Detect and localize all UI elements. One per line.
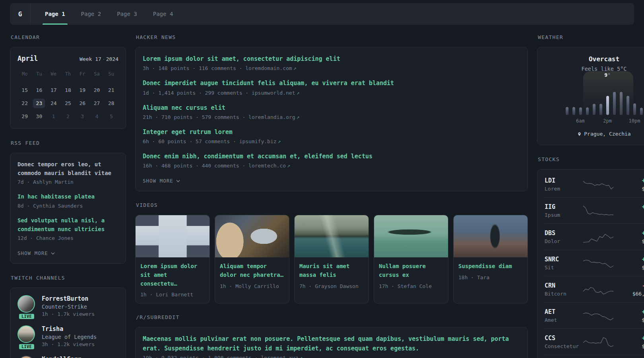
calendar-day: 20 — [89, 86, 104, 95]
stock-row[interactable]: CCSConsectetur+0.51%$165.84 — [545, 329, 644, 355]
video-thumbnail — [215, 215, 289, 257]
subreddit-meta-text: 19h · 9,932 points · 1,090 comments · lo… — [143, 355, 298, 358]
stock-row[interactable]: SNRCSit+1.36%$148.64 — [545, 250, 644, 276]
hn-item: Lorem ipsum dolor sit amet, consectetur … — [143, 54, 520, 71]
video-meta: 1h · Molly Carrillo — [220, 283, 284, 289]
hn-item-link[interactable]: Lorem ipsum dolor sit amet, consectetur … — [143, 54, 520, 64]
stock-price: $499.72 — [615, 317, 644, 323]
channel-category: League of Legends — [42, 334, 97, 340]
calendar-weekday: Tu — [32, 69, 46, 79]
calendar-weekday: We — [47, 69, 61, 79]
stock-name: Ipsum — [545, 212, 583, 218]
rss-item-link[interactable]: Donec tempor eros leo, ut commodo mauris… — [17, 160, 118, 177]
hn-item-link[interactable]: Aliquam nec cursus elit — [143, 103, 520, 113]
calendar-weekday: Th — [61, 69, 75, 79]
hn-item-link[interactable]: Integer eget rutrum lorem — [143, 128, 520, 137]
video-title[interactable]: Lorem ipsum dolor sit amet consectetu… — [140, 262, 205, 288]
calendar-day: 22 — [17, 99, 32, 108]
stock-price: $156.28 — [615, 238, 644, 244]
stock-sparkline — [583, 230, 615, 244]
rss-item-link[interactable]: In hac habitasse platea — [17, 193, 118, 201]
subreddit-post-link[interactable]: Maecenas mollis pulvinar erat non posuer… — [143, 335, 520, 353]
calendar-day: 15 — [17, 86, 32, 95]
stock-sparkline — [583, 335, 615, 349]
stock-row[interactable]: AETAmet+0.92%$499.72 — [545, 302, 644, 329]
video-thumbnail — [295, 215, 369, 257]
calendar-day: 26 — [75, 99, 89, 108]
weather-time-label: 6am — [576, 118, 585, 124]
weather-bar — [633, 81, 636, 115]
video-card[interactable]: Suspendisse diam 18h · Tara — [453, 215, 528, 304]
stock-change: +0.92% — [615, 308, 644, 315]
weather-bar-fill — [586, 107, 589, 115]
stock-sparkline — [583, 204, 615, 218]
stock-change: +0.51% — [615, 335, 644, 342]
weather-time-axis: 6am2pm10pm — [566, 118, 643, 125]
video-card[interactable]: Aliquam tempor dolor nec pharetra… 1h · … — [215, 215, 289, 304]
hn-item-meta: 1d · 1,414 points · 299 comments · ipsum… — [143, 90, 520, 96]
tab-page-1[interactable]: Page 1 — [37, 3, 73, 25]
calendar-weekday-row: MoTuWeThFrSaSu — [17, 69, 118, 79]
left-column: CALENDAR April Week 17·2024 MoTuWeThFrSa… — [10, 34, 126, 358]
calendar-widget: CALENDAR April Week 17·2024 MoTuWeThFrSa… — [10, 34, 126, 129]
hn-section-title: HACKER NEWS — [136, 34, 528, 40]
calendar-day: 24 — [47, 99, 61, 108]
twitch-channel-row[interactable]: LIVE Trisha League of Legends 3h · 1.2k … — [17, 325, 118, 347]
rss-item-link[interactable]: Sed volutpat nulla nisl, a condimentum n… — [17, 216, 118, 233]
calendar-day: 4 — [89, 112, 104, 121]
stock-ticker: DBS — [545, 230, 583, 237]
stock-sparkline — [583, 309, 615, 323]
stock-row[interactable]: IIGIpsum+2.84%$42.04 — [545, 197, 644, 224]
twitch-channel-row[interactable]: LIVE ForrestBurton Counter-Strike 1h · 1… — [17, 295, 118, 317]
rss-widget: RSS FEED Donec tempor eros leo, ut commo… — [10, 140, 126, 264]
rss-item-meta: 12d · Chance Jones — [17, 235, 118, 241]
channel-name[interactable]: KendallCarr — [42, 356, 81, 358]
stock-row[interactable]: DBSDolor+1.42%$156.28 — [545, 224, 644, 250]
video-thumbnail — [374, 215, 448, 257]
channel-avatar — [17, 325, 35, 343]
chevron-down-icon — [51, 252, 55, 255]
video-card[interactable]: Nullam posuere cursus ex 17h · Stefan Co… — [374, 215, 448, 304]
stock-ticker: LDI — [545, 177, 583, 184]
video-title[interactable]: Suspendisse diam — [458, 262, 523, 271]
video-title[interactable]: Aliquam tempor dolor nec pharetra… — [220, 262, 284, 279]
calendar-separator: · — [101, 56, 106, 62]
stock-row[interactable]: CRNBitcorn-1.00%$66,171.48 — [545, 276, 644, 302]
twitch-channel-row[interactable]: KendallCarr — [17, 356, 118, 358]
rss-item-meta: 8d · Cynthia Saunders — [17, 203, 118, 209]
tab-page-2[interactable]: Page 2 — [73, 3, 109, 25]
weather-widget: WEATHER Overcast Feels like 5°C 9° 6am2p… — [537, 34, 644, 145]
video-title[interactable]: Nullam posuere cursus ex — [379, 262, 443, 279]
channel-name[interactable]: ForrestBurton — [42, 295, 95, 302]
calendar-day-grid: 1516171819202122232425262728293012345 — [17, 86, 118, 121]
show-more-label: SHOW MORE — [17, 250, 48, 256]
channel-name[interactable]: Trisha — [42, 325, 97, 333]
stock-ticker: AET — [545, 308, 583, 315]
external-link-icon: ↗ — [278, 138, 281, 144]
rss-show-more-button[interactable]: SHOW MORE — [17, 250, 55, 256]
stock-price: $66,171.48 — [615, 291, 644, 297]
video-card[interactable]: Mauris sit amet massa felis 7h · Grayson… — [294, 215, 369, 304]
hn-show-more-button[interactable]: SHOW MORE — [143, 178, 180, 184]
subreddit-card: Maecenas mollis pulvinar erat non posuer… — [135, 327, 528, 358]
subreddit-widget: /R/SUBREDDIT Maecenas mollis pulvinar er… — [135, 314, 528, 358]
weather-time-label: 10pm — [628, 118, 640, 124]
calendar-month: April — [17, 54, 38, 62]
channel-meta: 1h · 1.7k viewers — [42, 311, 95, 317]
video-title[interactable]: Mauris sit amet massa felis — [299, 262, 364, 279]
weather-bar-fill — [620, 92, 623, 115]
stocks-section-title: STOCKS — [538, 156, 644, 162]
video-card[interactable]: Lorem ipsum dolor sit amet consectetu… 1… — [135, 215, 210, 304]
hn-item-link[interactable]: Donec enim nibh, condimentum et accumsan… — [143, 152, 520, 161]
tab-page-4[interactable]: Page 4 — [145, 3, 181, 25]
logo[interactable]: G — [10, 3, 31, 25]
hn-item-link[interactable]: Donec imperdiet augue tincidunt felis al… — [143, 79, 520, 88]
external-link-icon: ↗ — [299, 355, 303, 358]
weather-bar-fill — [566, 107, 568, 115]
stock-row[interactable]: LDILorem+4.35%$795.18 — [545, 171, 644, 197]
middle-column: HACKER NEWS Lorem ipsum dolor sit amet, … — [135, 34, 528, 358]
stock-row[interactable]: AHS+0.46% — [545, 355, 644, 358]
video-meta: 7h · Grayson Dawson — [299, 283, 364, 289]
external-link-icon: ↗ — [297, 114, 300, 120]
tab-page-3[interactable]: Page 3 — [109, 3, 145, 25]
